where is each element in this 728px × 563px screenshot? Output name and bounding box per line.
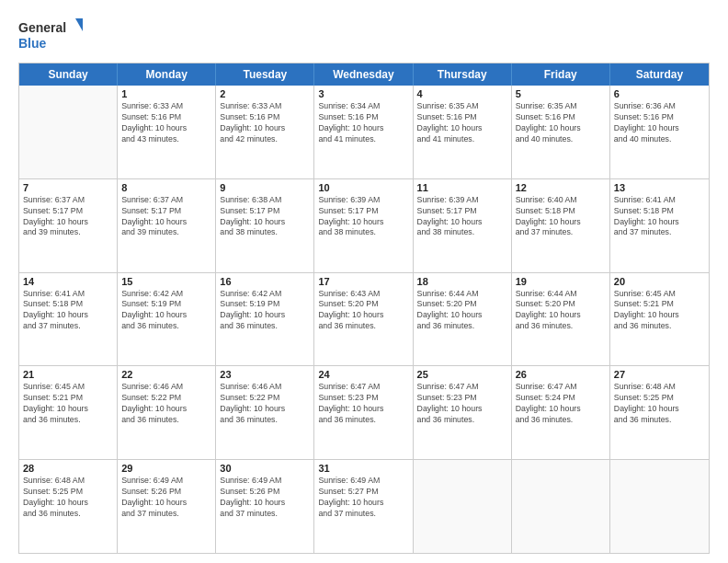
day-info: Sunrise: 6:41 AM Sunset: 5:18 PM Dayligh… bbox=[614, 195, 705, 239]
day-info: Sunrise: 6:49 AM Sunset: 5:26 PM Dayligh… bbox=[121, 476, 211, 520]
day-number: 29 bbox=[121, 463, 211, 474]
calendar-day-cell: 18Sunrise: 6:44 AM Sunset: 5:20 PM Dayli… bbox=[414, 273, 512, 366]
day-number: 23 bbox=[220, 369, 310, 380]
weekday-header: Tuesday bbox=[216, 63, 314, 86]
weekday-header: Friday bbox=[512, 63, 610, 86]
day-info: Sunrise: 6:41 AM Sunset: 5:18 PM Dayligh… bbox=[23, 289, 113, 333]
header: General Blue bbox=[18, 17, 710, 53]
day-number: 2 bbox=[220, 88, 310, 99]
day-number: 25 bbox=[417, 369, 507, 380]
day-info: Sunrise: 6:44 AM Sunset: 5:20 PM Dayligh… bbox=[516, 289, 606, 333]
day-info: Sunrise: 6:34 AM Sunset: 5:16 PM Dayligh… bbox=[318, 101, 408, 145]
svg-text:Blue: Blue bbox=[18, 36, 47, 51]
calendar: SundayMondayTuesdayWednesdayThursdayFrid… bbox=[18, 63, 710, 554]
day-info: Sunrise: 6:42 AM Sunset: 5:19 PM Dayligh… bbox=[121, 289, 211, 333]
day-info: Sunrise: 6:35 AM Sunset: 5:16 PM Dayligh… bbox=[417, 101, 507, 145]
day-info: Sunrise: 6:47 AM Sunset: 5:23 PM Dayligh… bbox=[318, 382, 408, 426]
day-number: 7 bbox=[23, 182, 113, 193]
calendar-day-cell bbox=[414, 460, 512, 553]
day-info: Sunrise: 6:48 AM Sunset: 5:25 PM Dayligh… bbox=[23, 476, 113, 520]
day-info: Sunrise: 6:49 AM Sunset: 5:26 PM Dayligh… bbox=[220, 476, 310, 520]
day-number: 4 bbox=[417, 88, 507, 99]
calendar-body: 1Sunrise: 6:33 AM Sunset: 5:16 PM Daylig… bbox=[19, 86, 709, 553]
day-number: 20 bbox=[614, 276, 705, 287]
day-number: 12 bbox=[516, 182, 606, 193]
calendar-day-cell: 28Sunrise: 6:48 AM Sunset: 5:25 PM Dayli… bbox=[19, 460, 118, 553]
weekday-header: Monday bbox=[118, 63, 216, 86]
logo: General Blue bbox=[18, 17, 83, 53]
day-number: 31 bbox=[318, 463, 408, 474]
calendar-day-cell bbox=[19, 86, 118, 178]
day-info: Sunrise: 6:45 AM Sunset: 5:21 PM Dayligh… bbox=[23, 382, 113, 426]
calendar-day-cell bbox=[512, 460, 610, 553]
page: General Blue SundayMondayTuesdayWednesda… bbox=[0, 0, 728, 563]
calendar-day-cell: 29Sunrise: 6:49 AM Sunset: 5:26 PM Dayli… bbox=[118, 460, 216, 553]
day-number: 17 bbox=[318, 276, 408, 287]
calendar-day-cell: 19Sunrise: 6:44 AM Sunset: 5:20 PM Dayli… bbox=[512, 273, 610, 366]
calendar-week-row: 7Sunrise: 6:37 AM Sunset: 5:17 PM Daylig… bbox=[19, 179, 709, 273]
svg-text:General: General bbox=[18, 20, 66, 35]
calendar-day-cell: 11Sunrise: 6:39 AM Sunset: 5:17 PM Dayli… bbox=[414, 179, 512, 272]
day-number: 28 bbox=[23, 463, 113, 474]
day-number: 8 bbox=[121, 182, 211, 193]
day-info: Sunrise: 6:46 AM Sunset: 5:22 PM Dayligh… bbox=[220, 382, 310, 426]
calendar-day-cell: 4Sunrise: 6:35 AM Sunset: 5:16 PM Daylig… bbox=[414, 86, 512, 178]
day-info: Sunrise: 6:33 AM Sunset: 5:16 PM Dayligh… bbox=[121, 101, 211, 145]
calendar-day-cell: 2Sunrise: 6:33 AM Sunset: 5:16 PM Daylig… bbox=[216, 86, 314, 178]
day-number: 1 bbox=[121, 88, 211, 99]
day-number: 13 bbox=[614, 182, 705, 193]
day-number: 9 bbox=[220, 182, 310, 193]
calendar-day-cell: 30Sunrise: 6:49 AM Sunset: 5:26 PM Dayli… bbox=[216, 460, 314, 553]
calendar-day-cell: 7Sunrise: 6:37 AM Sunset: 5:17 PM Daylig… bbox=[19, 179, 118, 272]
day-info: Sunrise: 6:37 AM Sunset: 5:17 PM Dayligh… bbox=[23, 195, 113, 239]
weekday-header: Saturday bbox=[610, 63, 709, 86]
calendar-day-cell: 17Sunrise: 6:43 AM Sunset: 5:20 PM Dayli… bbox=[314, 273, 413, 366]
calendar-day-cell: 13Sunrise: 6:41 AM Sunset: 5:18 PM Dayli… bbox=[610, 179, 709, 272]
day-number: 21 bbox=[23, 369, 113, 380]
day-number: 22 bbox=[121, 369, 211, 380]
calendar-day-cell: 31Sunrise: 6:49 AM Sunset: 5:27 PM Dayli… bbox=[314, 460, 413, 553]
calendar-day-cell: 22Sunrise: 6:46 AM Sunset: 5:22 PM Dayli… bbox=[118, 366, 216, 459]
day-number: 27 bbox=[614, 369, 705, 380]
day-info: Sunrise: 6:47 AM Sunset: 5:23 PM Dayligh… bbox=[417, 382, 507, 426]
day-info: Sunrise: 6:39 AM Sunset: 5:17 PM Dayligh… bbox=[417, 195, 507, 239]
day-info: Sunrise: 6:49 AM Sunset: 5:27 PM Dayligh… bbox=[318, 476, 408, 520]
day-info: Sunrise: 6:38 AM Sunset: 5:17 PM Dayligh… bbox=[220, 195, 310, 239]
day-info: Sunrise: 6:43 AM Sunset: 5:20 PM Dayligh… bbox=[318, 289, 408, 333]
day-info: Sunrise: 6:44 AM Sunset: 5:20 PM Dayligh… bbox=[417, 289, 507, 333]
day-info: Sunrise: 6:36 AM Sunset: 5:16 PM Dayligh… bbox=[614, 101, 705, 145]
calendar-day-cell: 23Sunrise: 6:46 AM Sunset: 5:22 PM Dayli… bbox=[216, 366, 314, 459]
calendar-day-cell: 24Sunrise: 6:47 AM Sunset: 5:23 PM Dayli… bbox=[314, 366, 413, 459]
calendar-week-row: 28Sunrise: 6:48 AM Sunset: 5:25 PM Dayli… bbox=[19, 460, 709, 553]
day-info: Sunrise: 6:46 AM Sunset: 5:22 PM Dayligh… bbox=[121, 382, 211, 426]
day-number: 14 bbox=[23, 276, 113, 287]
day-number: 26 bbox=[516, 369, 606, 380]
day-info: Sunrise: 6:42 AM Sunset: 5:19 PM Dayligh… bbox=[220, 289, 310, 333]
calendar-day-cell: 10Sunrise: 6:39 AM Sunset: 5:17 PM Dayli… bbox=[314, 179, 413, 272]
day-number: 19 bbox=[516, 276, 606, 287]
calendar-week-row: 1Sunrise: 6:33 AM Sunset: 5:16 PM Daylig… bbox=[19, 86, 709, 179]
calendar-day-cell: 16Sunrise: 6:42 AM Sunset: 5:19 PM Dayli… bbox=[216, 273, 314, 366]
day-number: 6 bbox=[614, 88, 705, 99]
calendar-day-cell: 5Sunrise: 6:35 AM Sunset: 5:16 PM Daylig… bbox=[512, 86, 610, 178]
weekday-header: Wednesday bbox=[314, 63, 413, 86]
day-number: 3 bbox=[318, 88, 408, 99]
calendar-day-cell: 6Sunrise: 6:36 AM Sunset: 5:16 PM Daylig… bbox=[610, 86, 709, 178]
calendar-day-cell: 21Sunrise: 6:45 AM Sunset: 5:21 PM Dayli… bbox=[19, 366, 118, 459]
day-number: 5 bbox=[516, 88, 606, 99]
calendar-day-cell: 14Sunrise: 6:41 AM Sunset: 5:18 PM Dayli… bbox=[19, 273, 118, 366]
day-info: Sunrise: 6:40 AM Sunset: 5:18 PM Dayligh… bbox=[516, 195, 606, 239]
weekday-header: Sunday bbox=[19, 63, 118, 86]
day-number: 18 bbox=[417, 276, 507, 287]
calendar-day-cell: 3Sunrise: 6:34 AM Sunset: 5:16 PM Daylig… bbox=[314, 86, 413, 178]
day-info: Sunrise: 6:33 AM Sunset: 5:16 PM Dayligh… bbox=[220, 101, 310, 145]
day-info: Sunrise: 6:48 AM Sunset: 5:25 PM Dayligh… bbox=[614, 382, 705, 426]
calendar-header: SundayMondayTuesdayWednesdayThursdayFrid… bbox=[19, 63, 709, 86]
day-number: 11 bbox=[417, 182, 507, 193]
calendar-day-cell: 20Sunrise: 6:45 AM Sunset: 5:21 PM Dayli… bbox=[610, 273, 709, 366]
calendar-week-row: 14Sunrise: 6:41 AM Sunset: 5:18 PM Dayli… bbox=[19, 273, 709, 367]
svg-marker-2 bbox=[75, 18, 83, 31]
calendar-week-row: 21Sunrise: 6:45 AM Sunset: 5:21 PM Dayli… bbox=[19, 366, 709, 460]
calendar-day-cell: 8Sunrise: 6:37 AM Sunset: 5:17 PM Daylig… bbox=[118, 179, 216, 272]
calendar-day-cell bbox=[610, 460, 709, 553]
